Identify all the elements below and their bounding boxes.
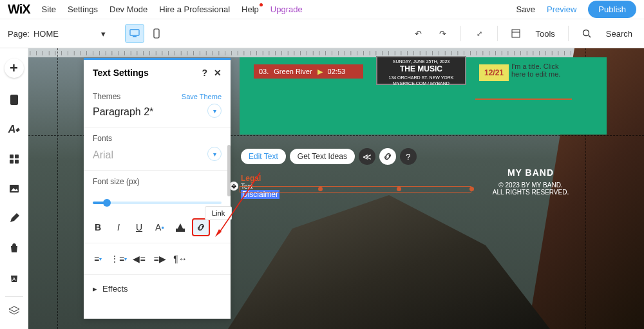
panel-title: Text Settings: [93, 68, 149, 78]
menu-save[interactable]: Save: [516, 5, 535, 14]
svg-rect-10: [10, 160, 14, 164]
themes-label: Themes: [93, 92, 120, 101]
svg-rect-1: [133, 36, 137, 37]
rail-store-icon[interactable]: [6, 240, 22, 256]
svg-marker-15: [9, 306, 19, 312]
menu-preview[interactable]: Preview: [547, 5, 576, 14]
bold-button[interactable]: B: [89, 218, 107, 236]
effects-label: Effects: [102, 284, 128, 294]
svg-rect-8: [10, 155, 14, 158]
indent-right-button[interactable]: ≡▶: [151, 250, 169, 268]
theme-value: Paragraph 2*: [93, 106, 153, 118]
edit-text-button[interactable]: Edit Text: [241, 149, 286, 164]
close-icon[interactable]: ✕: [214, 68, 222, 78]
selection-handle[interactable]: [318, 187, 323, 191]
save-theme-link[interactable]: Save Theme: [182, 93, 222, 100]
svg-line-6: [589, 35, 591, 37]
menu-upgrade[interactable]: Upgrade: [270, 5, 303, 14]
track-num: 03.: [259, 68, 269, 75]
fontsize-label: Font size (px): [93, 177, 222, 186]
undo-button[interactable]: ↶: [409, 24, 427, 42]
rail-media-icon[interactable]: [6, 181, 22, 196]
search-icon[interactable]: [578, 24, 596, 42]
svg-text:A: A: [12, 276, 16, 282]
search-label[interactable]: Search: [606, 29, 632, 39]
menu-devmode[interactable]: Dev Mode: [109, 5, 147, 14]
svg-rect-2: [154, 29, 159, 38]
link-flyout-button[interactable]: [379, 148, 396, 165]
track-time: 02:53: [328, 68, 346, 75]
menu-help[interactable]: Help: [242, 5, 259, 14]
poster-title: THE MUSIC: [379, 64, 464, 75]
anim-button[interactable]: ≪: [359, 148, 375, 165]
rail-layers-icon[interactable]: [6, 303, 22, 319]
logo: WiX: [8, 2, 30, 17]
page-name: HOME: [33, 29, 59, 39]
effects-toggle[interactable]: ▸ Effects: [84, 275, 231, 303]
direction-button[interactable]: ¶↔: [171, 250, 189, 268]
mobile-view-button[interactable]: [147, 24, 166, 43]
rail-store2-icon[interactable]: A: [6, 270, 22, 285]
chevron-right-icon: ▸: [93, 284, 97, 294]
text-settings-panel: Text Settings ? ✕ Themes Save Theme Para…: [84, 58, 231, 319]
italic-button[interactable]: I: [109, 218, 128, 236]
help-flyout-button[interactable]: ?: [400, 148, 417, 165]
link-tooltip: Link: [205, 206, 232, 220]
copyright: © 2023 BY MY BAND.: [466, 182, 595, 189]
align-button[interactable]: ≡▾: [89, 250, 107, 268]
list-button[interactable]: ⋮≡▾: [109, 250, 128, 268]
rail-design-icon[interactable]: A◆: [6, 122, 22, 137]
svg-rect-0: [130, 30, 139, 35]
menu-hire[interactable]: Hire a Professional: [159, 5, 230, 14]
guide-v: [57, 48, 58, 329]
link-button[interactable]: [192, 218, 210, 236]
poster-site: MYSPACE.COM / MYBAND: [379, 80, 464, 86]
poster-date: SUNDAY, JUNE 25TH, 2023: [379, 59, 464, 64]
rail-pen-icon[interactable]: [6, 211, 22, 226]
font-value: Arial: [93, 149, 113, 161]
divider-line: [475, 99, 572, 100]
text-edit-flyout: Edit Text Get Text Ideas ≪ ?: [241, 148, 417, 165]
editor-toolbar: Page: HOME ▾ ↶ ↷ ⤢ Tools Search: [0, 19, 644, 48]
redo-button[interactable]: ↷: [433, 24, 451, 42]
textcolor-button[interactable]: A●: [151, 218, 169, 236]
footer-text[interactable]: MY BAND © 2023 BY MY BAND. ALL RIGHTS RE…: [466, 167, 595, 196]
get-text-ideas-button[interactable]: Get Text Ideas: [290, 149, 355, 164]
help-icon[interactable]: ?: [202, 68, 207, 78]
rail-page-icon[interactable]: [6, 92, 22, 108]
highlight-button[interactable]: [171, 218, 189, 236]
chevron-down-icon: ▾: [101, 29, 106, 39]
tools-icon: [507, 24, 525, 42]
event-poster[interactable]: SUNDAY, JUNE 25TH, 2023 THE MUSIC 134 OR…: [376, 56, 466, 85]
date-badge[interactable]: 12/21: [479, 64, 509, 81]
tools-label[interactable]: Tools: [535, 29, 554, 39]
underline-button[interactable]: U: [130, 218, 148, 236]
fonts-label: Fonts: [93, 134, 222, 143]
rights: ALL RIGHTS RESERVED.: [466, 189, 595, 196]
font-dropdown[interactable]: ▾: [207, 147, 222, 161]
svg-rect-11: [15, 160, 19, 164]
top-menu: WiX Site Settings Dev Mode Hire a Profes…: [0, 0, 644, 19]
move-handle-icon[interactable]: ✥: [229, 182, 238, 191]
zoomout-icon[interactable]: ⤢: [470, 24, 488, 42]
add-button[interactable]: +: [5, 59, 24, 78]
audio-player[interactable]: 03. Green River ▶ 02:53: [254, 64, 363, 79]
page-selector[interactable]: Page: HOME ▾: [8, 29, 106, 39]
theme-dropdown[interactable]: ▾: [207, 104, 222, 118]
menu-settings[interactable]: Settings: [68, 5, 98, 14]
title-placeholder[interactable]: I'm a title. Click here to edit me.: [511, 62, 569, 78]
indent-left-button[interactable]: ◀≡: [130, 250, 148, 268]
svg-rect-7: [10, 95, 18, 105]
ruler: | | | | | | | | | | | | | | | | | | | | …: [28, 48, 644, 57]
svg-rect-16: [176, 229, 185, 232]
svg-rect-3: [512, 30, 520, 37]
rail-apps-icon[interactable]: [6, 151, 22, 167]
menu-site[interactable]: Site: [42, 5, 56, 14]
fontsize-slider[interactable]: [93, 202, 222, 204]
selection-handle[interactable]: [397, 187, 401, 191]
desktop-view-button[interactable]: [125, 24, 144, 43]
publish-button[interactable]: Publish: [588, 1, 636, 18]
panel-scrollbar[interactable]: [227, 145, 231, 196]
play-icon[interactable]: ▶: [317, 68, 323, 76]
svg-marker-17: [178, 223, 183, 229]
